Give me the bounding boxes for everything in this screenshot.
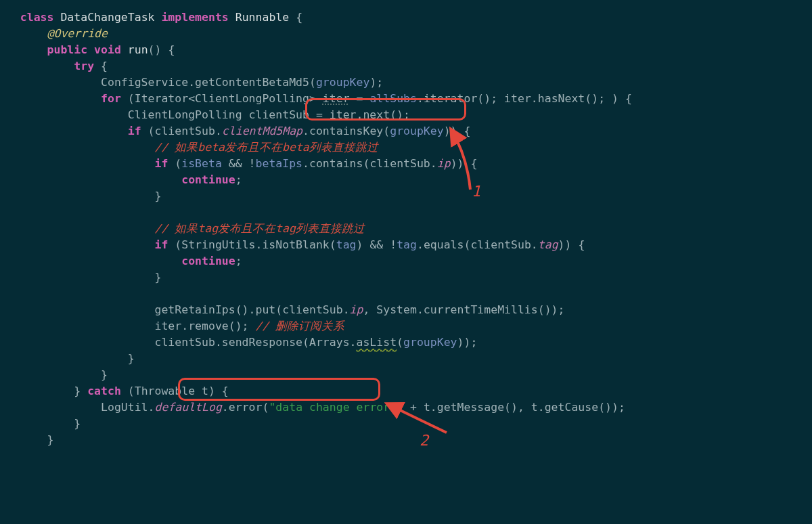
field-betaips: betaIps: [256, 157, 303, 170]
text: (StringUtils.isNotBlank(: [168, 238, 336, 251]
brace: }: [47, 433, 54, 446]
text: .containsKey(: [302, 125, 390, 137]
method-aslist: asList: [357, 336, 397, 349]
brace: }: [154, 190, 161, 202]
field-isbeta: isBeta: [181, 157, 222, 170]
keyword-continue: continue: [181, 255, 235, 267]
text: () {: [148, 43, 175, 56]
code-editor[interactable]: class DataChangeTask implements Runnable…: [0, 0, 812, 448]
brace: }: [74, 385, 87, 397]
text: .error(: [222, 401, 269, 414]
text: , System.currentTimeMillis());: [363, 303, 564, 316]
brace: {: [289, 11, 302, 24]
comment-remove: // 删除订阅关系: [256, 320, 345, 332]
text: clientSub.sendResponse(Arrays.: [154, 336, 356, 349]
comment-tag: // 如果tag发布且不在tag列表直接跳过: [154, 222, 364, 235]
text: && !: [222, 157, 256, 170]
brace: }: [74, 417, 81, 430]
brace: {: [94, 60, 108, 72]
param-groupkey: groupKey: [316, 76, 369, 89]
text: ClientLongPolling clientSub = iter.next(…: [128, 108, 410, 121]
semicolon: ;: [235, 173, 242, 186]
keyword-implements: implements: [161, 11, 228, 24]
text: getRetainIps().put(clientSub.: [154, 303, 349, 316]
var-iter: iter: [323, 92, 350, 105]
keyword-if: if: [154, 157, 168, 170]
keyword-public: public: [47, 43, 88, 56]
field-allsubs: allSubs: [369, 92, 417, 105]
keyword-continue: continue: [181, 173, 235, 186]
comment-beta: // 如果beta发布且不在beta列表直接跳过: [154, 141, 378, 154]
field-tag: tag: [538, 238, 558, 251]
keyword-try: try: [74, 60, 94, 72]
class-name: DataChangeTask: [60, 11, 154, 24]
field-ip: ip: [350, 303, 363, 316]
keyword-for: for: [101, 92, 121, 105]
semicolon: ;: [235, 255, 242, 267]
text: (clientSub.: [141, 125, 222, 137]
param-tag: tag: [336, 238, 357, 251]
text: (: [397, 336, 403, 349]
keyword-catch: catch: [87, 385, 121, 397]
text: ConfigService.getContentBetaMd5(: [101, 76, 316, 89]
param-tag: tag: [397, 238, 417, 251]
text: ));: [457, 336, 478, 349]
keyword-if: if: [128, 125, 141, 137]
brace: }: [128, 352, 135, 365]
text: )) {: [444, 125, 471, 137]
text: (: [168, 157, 181, 170]
field-ip: ip: [437, 157, 451, 170]
method-run: run: [128, 43, 148, 56]
text: );: [369, 76, 383, 89]
param-groupkey: groupKey: [390, 125, 443, 137]
field-clientmd5map: clientMd5Map: [222, 125, 302, 137]
brace: }: [101, 368, 108, 381]
text: )) {: [558, 238, 585, 251]
text: .contains(clientSub.: [302, 157, 437, 170]
text: )) {: [451, 157, 478, 170]
text: iter.remove();: [154, 320, 255, 332]
text: =: [350, 92, 370, 105]
annotation-override: @Override: [47, 27, 108, 40]
keyword-class: class: [20, 11, 54, 24]
keyword-void: void: [94, 43, 121, 56]
param-groupkey: groupKey: [403, 336, 457, 349]
text: + t.getMessage(), t.getCause());: [403, 401, 625, 414]
string-literal: "data change error:": [269, 401, 403, 414]
text: .equals(clientSub.: [417, 238, 538, 251]
text: (Iterator<ClientLongPolling>: [121, 92, 323, 105]
text: LogUtil.: [101, 401, 154, 414]
brace: }: [154, 271, 161, 284]
keyword-if: if: [154, 238, 168, 251]
text: ) && !: [357, 238, 397, 251]
text: .iterator(); iter.hasNext(); ) {: [417, 92, 632, 105]
interface-name: Runnable: [235, 11, 289, 24]
field-defaultlog: defaultLog: [155, 401, 222, 414]
text: (Throwable t) {: [121, 385, 229, 397]
